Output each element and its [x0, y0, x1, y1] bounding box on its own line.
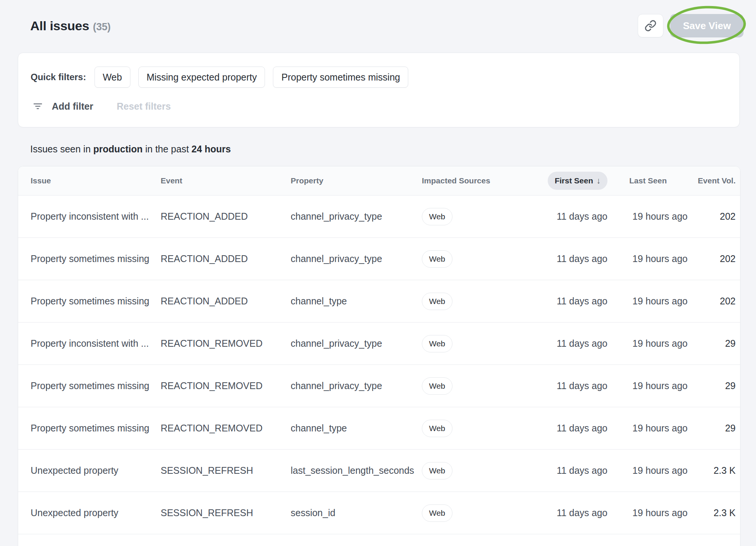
source-web-badge: Web — [422, 377, 452, 395]
first-seen-cell: 11 days ago — [516, 253, 607, 264]
property-cell: channel_privacy_type — [291, 253, 422, 264]
quick-filter-web[interactable]: Web — [94, 67, 130, 88]
impacted-sources-cell: Web — [422, 504, 516, 522]
property-cell: channel_privacy_type — [291, 338, 422, 349]
event-cell: REACTION_REMOVED — [161, 338, 291, 349]
impacted-sources-cell: Web — [422, 462, 516, 479]
source-web-badge: Web — [422, 462, 452, 479]
reset-filters-button[interactable]: Reset filters — [117, 101, 171, 112]
issues-scope-text: Issues seen in production in the past 24… — [30, 144, 231, 155]
last-seen-cell: 19 hours ago — [607, 211, 688, 222]
link-icon — [644, 20, 657, 32]
event-cell: REACTION_ADDED — [161, 296, 291, 307]
property-cell: session_id — [291, 507, 422, 518]
first-seen-cell: 11 days ago — [516, 211, 607, 222]
source-web-badge: Web — [422, 335, 452, 352]
column-header-issue[interactable]: Issue — [31, 176, 161, 185]
issue-row[interactable]: Property sometimes missing REACTION_ADDE… — [18, 280, 740, 323]
first-seen-cell: 11 days ago — [516, 465, 607, 476]
event-cell: SESSION_REFRESH — [161, 507, 291, 518]
filter-actions-row: Add filter Reset filters — [32, 101, 171, 112]
source-web-badge: Web — [422, 293, 452, 310]
scope-environment: production — [93, 144, 143, 154]
issues-table: Issue Event Property Impacted Sources Fi… — [18, 166, 741, 546]
scope-text-middle: in the past — [143, 144, 191, 154]
column-header-impacted-sources[interactable]: Impacted Sources — [422, 176, 516, 185]
issue-cell: Property inconsistent with ... — [31, 211, 161, 222]
property-cell: last_session_length_seconds — [291, 465, 422, 476]
last-seen-cell: 19 hours ago — [607, 380, 688, 391]
issue-row[interactable]: Property inconsistent with ... REACTION_… — [18, 195, 740, 238]
last-seen-cell: 19 hours ago — [607, 338, 688, 349]
scope-text-prefix: Issues seen in — [30, 144, 93, 154]
first-seen-sort-pill[interactable]: First Seen ↓ — [548, 172, 607, 190]
issue-cell: Property sometimes missing — [31, 253, 161, 264]
first-seen-label: First Seen — [555, 176, 593, 185]
event-volume-cell: 29 — [688, 423, 736, 434]
last-seen-cell: 19 hours ago — [607, 465, 688, 476]
save-view-button[interactable]: Save View — [670, 14, 744, 37]
issue-cell: Property sometimes missing — [31, 423, 161, 434]
first-seen-cell: 11 days ago — [516, 380, 607, 391]
event-volume-cell: 2.3 K — [688, 465, 736, 476]
issue-cell: Property sometimes missing — [31, 296, 161, 307]
add-filter-button[interactable]: Add filter — [52, 101, 93, 112]
issue-row[interactable]: Property sometimes missing REACTION_REMO… — [18, 407, 740, 450]
source-web-badge: Web — [422, 208, 452, 225]
last-seen-cell: 19 hours ago — [607, 507, 688, 518]
issue-row[interactable]: Unexpected property SESSION_REFRESH last… — [18, 450, 740, 492]
column-header-last-seen[interactable]: Last Seen — [607, 176, 688, 185]
filter-lines-icon — [32, 101, 43, 112]
issue-row[interactable]: Property sometimes missing REACTION_REMO… — [18, 365, 740, 407]
impacted-sources-cell: Web — [422, 377, 516, 395]
event-volume-cell: 2.3 K — [688, 507, 736, 518]
impacted-sources-cell: Web — [422, 208, 516, 225]
impacted-sources-cell: Web — [422, 250, 516, 268]
last-seen-cell: 19 hours ago — [607, 296, 688, 307]
source-web-badge: Web — [422, 250, 452, 268]
column-header-event-vol[interactable]: Event Vol. — [688, 176, 736, 185]
quick-filters-label: Quick filters: — [31, 72, 86, 82]
property-cell: channel_privacy_type — [291, 380, 422, 391]
event-cell: REACTION_ADDED — [161, 211, 291, 222]
scope-time-range: 24 hours — [192, 144, 231, 154]
source-web-badge: Web — [422, 420, 452, 437]
issue-cell: Property inconsistent with ... — [31, 338, 161, 349]
property-cell: channel_type — [291, 423, 422, 434]
issue-row[interactable]: Property inconsistent with ... REACTION_… — [18, 323, 740, 365]
issue-cell: Unexpected property — [31, 507, 161, 518]
quick-filter-missing-expected-property[interactable]: Missing expected property — [138, 67, 265, 88]
page-title-text: All issues — [30, 19, 89, 33]
first-seen-cell: 11 days ago — [516, 423, 607, 434]
impacted-sources-cell: Web — [422, 293, 516, 310]
event-cell: REACTION_ADDED — [161, 253, 291, 264]
event-volume-cell: 202 — [688, 296, 736, 307]
table-body: Property inconsistent with ... REACTION_… — [18, 195, 740, 534]
column-header-first-seen[interactable]: First Seen ↓ — [516, 172, 607, 190]
table-header-row: Issue Event Property Impacted Sources Fi… — [18, 166, 740, 195]
copy-link-button[interactable] — [638, 14, 663, 37]
first-seen-cell: 11 days ago — [516, 296, 607, 307]
issue-row[interactable]: Unexpected property SESSION_REFRESH sess… — [18, 492, 740, 534]
sort-desc-arrow-icon: ↓ — [596, 176, 601, 186]
event-volume-cell: 29 — [688, 380, 736, 391]
property-cell: channel_type — [291, 296, 422, 307]
quick-filters-row: Quick filters: Web Missing expected prop… — [31, 67, 416, 88]
impacted-sources-cell: Web — [422, 420, 516, 437]
filters-panel: Quick filters: Web Missing expected prop… — [18, 53, 740, 127]
last-seen-cell: 19 hours ago — [607, 423, 688, 434]
quick-filter-property-sometimes-missing[interactable]: Property sometimes missing — [273, 67, 408, 88]
event-cell: SESSION_REFRESH — [161, 465, 291, 476]
column-header-property[interactable]: Property — [291, 176, 422, 185]
column-header-event[interactable]: Event — [161, 176, 291, 185]
source-web-badge: Web — [422, 504, 452, 522]
issue-row[interactable]: Property sometimes missing REACTION_ADDE… — [18, 238, 740, 280]
issue-cell: Unexpected property — [31, 465, 161, 476]
issue-count-badge: (35) — [93, 21, 111, 33]
issue-cell: Property sometimes missing — [31, 380, 161, 391]
event-volume-cell: 202 — [688, 211, 736, 222]
event-cell: REACTION_REMOVED — [161, 380, 291, 391]
property-cell: channel_privacy_type — [291, 211, 422, 222]
first-seen-cell: 11 days ago — [516, 338, 607, 349]
first-seen-cell: 11 days ago — [516, 507, 607, 518]
